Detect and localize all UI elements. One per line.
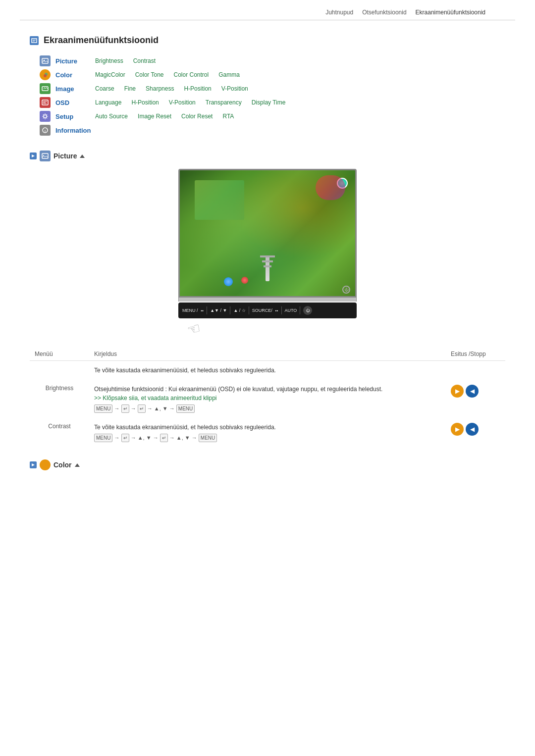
menu-item-sharpness[interactable]: Sharpness [146, 85, 174, 92]
menu-category-color[interactable]: Color [55, 71, 95, 79]
menu-category-information[interactable]: Information [55, 127, 95, 134]
menu-item-colorcontrol[interactable]: Color Control [174, 71, 209, 78]
menu-row-color: Color MagicColor Color Tone Color Contro… [40, 69, 505, 80]
menu-item-language[interactable]: Language [95, 99, 121, 106]
svg-marker-19 [32, 463, 35, 466]
menu-row-osd: OSD Language H-Position V-Position Trans… [40, 97, 505, 108]
color-section-arrow[interactable] [75, 463, 80, 467]
icon-picture [40, 55, 51, 66]
menu-item-coarse[interactable]: Coarse [95, 85, 114, 92]
color-section-header: Color [30, 459, 505, 470]
key-enter2: ↵ [138, 404, 146, 413]
nav-ekraanimenu[interactable]: Ekraanimenüüfunktsioonid [416, 9, 485, 16]
play-btn-forward-c[interactable]: ▶ [451, 423, 464, 436]
arrow4: → [169, 405, 176, 411]
icon-setup [40, 111, 51, 122]
menu-category-image[interactable]: Image [55, 85, 95, 93]
color-icon-small [40, 459, 51, 470]
key-enter2-c: ↵ [160, 434, 168, 442]
monitor-screen: ⏻ [178, 169, 357, 298]
page-title-icon [30, 36, 39, 45]
menu-item-rta[interactable]: RTA [222, 113, 234, 120]
svg-marker-16 [32, 154, 35, 157]
menu-item-colortone[interactable]: Color Tone [135, 71, 164, 78]
play-btn-forward[interactable]: ▶ [451, 385, 464, 398]
monitor-base [178, 298, 357, 302]
menu-items-color: MagicColor Color Tone Color Control Gamm… [95, 71, 240, 78]
key-menu: MENU [94, 404, 112, 413]
monitor-power-indicator: ⏻ [342, 286, 350, 294]
ctrl-menu-label: MENU / [182, 308, 198, 313]
menu-item-gamma[interactable]: Gamma [218, 71, 240, 78]
menu-item-osd-vposition[interactable]: V-Position [169, 99, 196, 106]
key-menu-end: MENU [176, 404, 195, 413]
table-row-intro: Te võite kasutada ekraanimenüüsid, et he… [30, 361, 505, 380]
menu-items-setup: Auto Source Image Reset Color Reset RTA [95, 113, 234, 120]
menu-item-displaytime[interactable]: Display Time [252, 99, 286, 106]
label-contrast: Contrast [30, 418, 89, 447]
nav-otsefunktsioonid[interactable]: Otsefunktsioonid [362, 9, 406, 16]
desc-contrast: Te võite kasutada ekraanimenüüsid, et he… [89, 418, 446, 447]
key-enter-c: ↵ [121, 434, 129, 442]
icon-color [40, 69, 51, 80]
monitor-container: ⏻ MENU / ▪▪ ▲▼ / ▼ ▲ / ☆ SOURCE/ ▪▪ AUTO… [30, 169, 505, 338]
arrow3: → [147, 405, 154, 411]
menu-item-brightness[interactable]: Brightness [95, 57, 123, 64]
finger-cursor: ☞ [185, 319, 203, 339]
picture-section-header: Picture [30, 151, 505, 161]
svg-rect-8 [42, 87, 48, 91]
col-header-play: Esitus /Stopp [446, 348, 505, 361]
ctrl-adjust: ▲▼ / ▼ [210, 308, 227, 313]
col-header-menu: Menüü [30, 348, 89, 361]
contrast-desc-text: Te võite kasutada ekraanimenüüsid, et he… [94, 424, 276, 431]
play-brightness: ▶ ◀ [446, 380, 505, 418]
menu-item-osd-hposition[interactable]: H-Position [131, 99, 159, 106]
nav-juhtnupud[interactable]: Juhtnupud [325, 9, 353, 16]
contrast-play-btns: ▶ ◀ [451, 423, 500, 436]
page-title-row: Ekraanimenüüfunktsioonid [30, 35, 505, 46]
menu-item-vposition[interactable]: V-Position [221, 85, 248, 92]
ctrl-sep3 [249, 306, 249, 314]
menu-item-magiccolor[interactable]: MagicColor [95, 71, 125, 78]
svg-rect-17 [42, 153, 48, 158]
key-menu-c: MENU [94, 434, 112, 442]
menu-item-fine[interactable]: Fine [124, 85, 136, 92]
brightness-play-btns: ▶ ◀ [451, 385, 500, 398]
play-btn-back[interactable]: ◀ [466, 385, 479, 398]
icon-image [40, 83, 51, 94]
page-title: Ekraanimenüüfunktsioonid [44, 35, 159, 46]
menu-item-colorreset[interactable]: Color Reset [181, 113, 213, 120]
lantern1 [241, 277, 248, 284]
col-header-desc: Kirjeldus [89, 348, 446, 361]
menu-category-osd[interactable]: OSD [55, 99, 95, 106]
menu-item-transparency[interactable]: Transparency [206, 99, 242, 106]
menu-row-image: Image Coarse Fine Sharpness H-Position V… [40, 83, 505, 94]
menu-item-hposition[interactable]: H-Position [184, 85, 211, 92]
svg-rect-3 [42, 58, 48, 63]
ctrl-power-btn[interactable]: ⏻ [303, 306, 312, 315]
menu-row-picture: Picture Brightness Contrast [40, 55, 505, 66]
table-row-contrast: Contrast Te võite kasutada ekraanimenüüs… [30, 418, 505, 447]
brightness-link[interactable]: >> Klõpsake siia, et vaadata animeeritud… [94, 395, 216, 402]
play-btn-back-c[interactable]: ◀ [466, 423, 479, 436]
menu-item-autosource[interactable]: Auto Source [95, 113, 128, 120]
section-collapse-arrow[interactable] [80, 154, 85, 158]
menu-table: Picture Brightness Contrast Color MagicC… [40, 55, 505, 136]
menu-category-setup[interactable]: Setup [55, 113, 95, 120]
arrow1: → [114, 405, 121, 411]
svg-rect-0 [32, 39, 37, 43]
menu-item-contrast[interactable]: Contrast [133, 57, 156, 64]
ctrl-sep1 [207, 306, 207, 314]
menu-item-imagereset[interactable]: Image Reset [138, 113, 171, 120]
pagoda-roof1 [260, 255, 275, 257]
ctrl-brightness: ▲ / ☆ [233, 308, 245, 313]
ctrl-sep4 [281, 306, 282, 314]
svg-point-7 [44, 74, 47, 77]
ctrl-auto: AUTO [285, 308, 297, 313]
pagoda-roof2 [262, 260, 273, 262]
pagoda-roof3 [264, 265, 271, 267]
picture-icon-small [40, 151, 51, 161]
ctrl-source-icon: ▪▪ [275, 308, 278, 313]
ctrl-source: SOURCE/ [252, 308, 272, 313]
menu-category-picture[interactable]: Picture [55, 57, 95, 65]
